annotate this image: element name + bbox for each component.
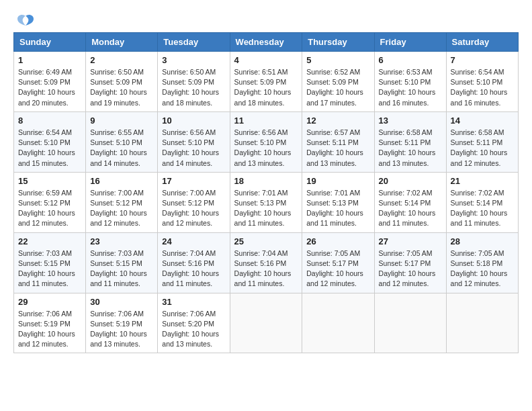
day-number: 13: [379, 116, 442, 126]
calendar-week-row: 1Sunrise: 6:49 AM Sunset: 5:09 PM Daylig…: [14, 52, 519, 112]
calendar-cell: 31Sunrise: 7:06 AM Sunset: 5:20 PM Dayli…: [158, 293, 230, 353]
day-number: 20: [379, 176, 442, 186]
day-info: Sunrise: 7:05 AM Sunset: 5:17 PM Dayligh…: [306, 248, 369, 289]
calendar-cell: 14Sunrise: 6:58 AM Sunset: 5:11 PM Dayli…: [446, 111, 518, 172]
day-number: 22: [18, 236, 81, 246]
day-number: 3: [162, 55, 225, 65]
day-number: 28: [451, 236, 514, 246]
column-header-thursday: Thursday: [302, 33, 374, 52]
day-number: 18: [234, 176, 298, 186]
day-info: Sunrise: 7:00 AM Sunset: 5:12 PM Dayligh…: [162, 188, 225, 229]
calendar-cell: 9Sunrise: 6:55 AM Sunset: 5:10 PM Daylig…: [86, 111, 158, 172]
day-number: 16: [90, 176, 153, 186]
day-info: Sunrise: 7:02 AM Sunset: 5:14 PM Dayligh…: [451, 188, 514, 229]
calendar-cell: 2Sunrise: 6:50 AM Sunset: 5:09 PM Daylig…: [86, 52, 158, 112]
calendar-cell: 12Sunrise: 6:57 AM Sunset: 5:11 PM Dayli…: [302, 111, 374, 172]
day-info: Sunrise: 6:57 AM Sunset: 5:11 PM Dayligh…: [306, 128, 369, 169]
day-info: Sunrise: 6:50 AM Sunset: 5:09 PM Dayligh…: [162, 67, 225, 108]
day-number: 7: [451, 55, 514, 65]
day-number: 10: [162, 116, 225, 126]
day-info: Sunrise: 6:51 AM Sunset: 5:09 PM Dayligh…: [234, 67, 298, 108]
day-info: Sunrise: 7:04 AM Sunset: 5:16 PM Dayligh…: [162, 248, 225, 289]
calendar-cell: 23Sunrise: 7:03 AM Sunset: 5:15 PM Dayli…: [86, 232, 158, 293]
calendar-cell: 20Sunrise: 7:02 AM Sunset: 5:14 PM Dayli…: [374, 172, 446, 232]
page-header: [13, 13, 519, 26]
column-header-sunday: Sunday: [14, 33, 86, 52]
day-info: Sunrise: 7:06 AM Sunset: 5:19 PM Dayligh…: [90, 309, 153, 350]
day-info: Sunrise: 7:05 AM Sunset: 5:17 PM Dayligh…: [379, 248, 442, 289]
day-info: Sunrise: 7:04 AM Sunset: 5:16 PM Dayligh…: [234, 248, 298, 289]
calendar-week-row: 22Sunrise: 7:03 AM Sunset: 5:15 PM Dayli…: [14, 232, 519, 293]
day-number: 14: [451, 116, 514, 126]
day-info: Sunrise: 6:58 AM Sunset: 5:11 PM Dayligh…: [451, 128, 514, 169]
calendar-cell: 28Sunrise: 7:05 AM Sunset: 5:18 PM Dayli…: [446, 232, 518, 293]
column-header-friday: Friday: [374, 33, 446, 52]
calendar-week-row: 29Sunrise: 7:06 AM Sunset: 5:19 PM Dayli…: [14, 293, 519, 353]
calendar-cell: 27Sunrise: 7:05 AM Sunset: 5:17 PM Dayli…: [374, 232, 446, 293]
day-number: 1: [18, 55, 81, 65]
calendar-cell: 11Sunrise: 6:56 AM Sunset: 5:10 PM Dayli…: [230, 111, 302, 172]
calendar-cell: 19Sunrise: 7:01 AM Sunset: 5:13 PM Dayli…: [302, 172, 374, 232]
calendar-cell: 13Sunrise: 6:58 AM Sunset: 5:11 PM Dayli…: [374, 111, 446, 172]
day-number: 11: [234, 116, 298, 126]
calendar-cell: [302, 293, 374, 353]
day-number: 2: [90, 55, 153, 65]
day-info: Sunrise: 6:56 AM Sunset: 5:10 PM Dayligh…: [234, 128, 298, 169]
day-info: Sunrise: 6:49 AM Sunset: 5:09 PM Dayligh…: [18, 67, 81, 108]
day-number: 24: [162, 236, 225, 246]
day-info: Sunrise: 7:03 AM Sunset: 5:15 PM Dayligh…: [18, 248, 81, 289]
day-info: Sunrise: 6:59 AM Sunset: 5:12 PM Dayligh…: [18, 188, 81, 229]
day-info: Sunrise: 6:50 AM Sunset: 5:09 PM Dayligh…: [90, 67, 153, 108]
logo: [13, 13, 35, 26]
day-info: Sunrise: 7:06 AM Sunset: 5:19 PM Dayligh…: [18, 309, 81, 350]
day-number: 12: [306, 116, 369, 126]
day-number: 30: [90, 297, 153, 307]
calendar-week-row: 8Sunrise: 6:54 AM Sunset: 5:10 PM Daylig…: [14, 111, 519, 172]
day-number: 4: [234, 55, 298, 65]
day-info: Sunrise: 6:58 AM Sunset: 5:11 PM Dayligh…: [379, 128, 442, 169]
day-info: Sunrise: 6:54 AM Sunset: 5:10 PM Dayligh…: [451, 67, 514, 108]
logo-bird-icon: [16, 13, 35, 28]
calendar-table: SundayMondayTuesdayWednesdayThursdayFrid…: [13, 32, 519, 353]
calendar-cell: 1Sunrise: 6:49 AM Sunset: 5:09 PM Daylig…: [14, 52, 86, 112]
day-info: Sunrise: 7:06 AM Sunset: 5:20 PM Dayligh…: [162, 309, 225, 350]
column-header-wednesday: Wednesday: [230, 33, 302, 52]
column-header-monday: Monday: [86, 33, 158, 52]
day-number: 29: [18, 297, 81, 307]
day-info: Sunrise: 7:01 AM Sunset: 5:13 PM Dayligh…: [234, 188, 298, 229]
day-number: 15: [18, 176, 81, 186]
calendar-week-row: 15Sunrise: 6:59 AM Sunset: 5:12 PM Dayli…: [14, 172, 519, 232]
calendar-cell: 22Sunrise: 7:03 AM Sunset: 5:15 PM Dayli…: [14, 232, 86, 293]
calendar-cell: 10Sunrise: 6:56 AM Sunset: 5:10 PM Dayli…: [158, 111, 230, 172]
calendar-cell: 5Sunrise: 6:52 AM Sunset: 5:09 PM Daylig…: [302, 52, 374, 112]
day-info: Sunrise: 7:02 AM Sunset: 5:14 PM Dayligh…: [379, 188, 442, 229]
calendar-cell: [230, 293, 302, 353]
calendar-cell: 18Sunrise: 7:01 AM Sunset: 5:13 PM Dayli…: [230, 172, 302, 232]
day-number: 9: [90, 116, 153, 126]
day-number: 31: [162, 297, 225, 307]
day-info: Sunrise: 6:53 AM Sunset: 5:10 PM Dayligh…: [379, 67, 442, 108]
day-number: 17: [162, 176, 225, 186]
calendar-cell: 3Sunrise: 6:50 AM Sunset: 5:09 PM Daylig…: [158, 52, 230, 112]
calendar-cell: [446, 293, 518, 353]
calendar-cell: 29Sunrise: 7:06 AM Sunset: 5:19 PM Dayli…: [14, 293, 86, 353]
calendar-cell: 24Sunrise: 7:04 AM Sunset: 5:16 PM Dayli…: [158, 232, 230, 293]
calendar-cell: 26Sunrise: 7:05 AM Sunset: 5:17 PM Dayli…: [302, 232, 374, 293]
day-info: Sunrise: 6:54 AM Sunset: 5:10 PM Dayligh…: [18, 128, 81, 169]
day-number: 27: [379, 236, 442, 246]
calendar-cell: 6Sunrise: 6:53 AM Sunset: 5:10 PM Daylig…: [374, 52, 446, 112]
day-info: Sunrise: 7:05 AM Sunset: 5:18 PM Dayligh…: [451, 248, 514, 289]
calendar-body: 1Sunrise: 6:49 AM Sunset: 5:09 PM Daylig…: [14, 52, 519, 353]
day-info: Sunrise: 6:52 AM Sunset: 5:09 PM Dayligh…: [306, 67, 369, 108]
day-number: 8: [18, 116, 81, 126]
day-number: 6: [379, 55, 442, 65]
day-info: Sunrise: 7:03 AM Sunset: 5:15 PM Dayligh…: [90, 248, 153, 289]
calendar-cell: 4Sunrise: 6:51 AM Sunset: 5:09 PM Daylig…: [230, 52, 302, 112]
calendar-header-row: SundayMondayTuesdayWednesdayThursdayFrid…: [14, 33, 519, 52]
day-number: 21: [451, 176, 514, 186]
day-number: 19: [306, 176, 369, 186]
calendar-cell: 21Sunrise: 7:02 AM Sunset: 5:14 PM Dayli…: [446, 172, 518, 232]
day-number: 26: [306, 236, 369, 246]
day-info: Sunrise: 6:56 AM Sunset: 5:10 PM Dayligh…: [162, 128, 225, 169]
calendar-cell: 30Sunrise: 7:06 AM Sunset: 5:19 PM Dayli…: [86, 293, 158, 353]
